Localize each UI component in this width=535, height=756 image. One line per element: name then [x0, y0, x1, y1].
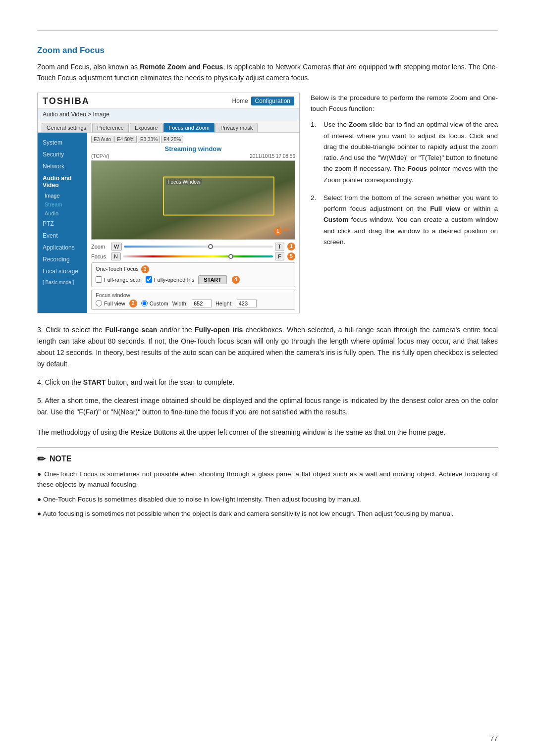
full-view-label: Full view — [104, 301, 125, 306]
sidebar-item-ptz[interactable]: PTZ — [38, 218, 87, 230]
full-view-radio[interactable] — [96, 300, 102, 306]
config-btn[interactable]: Configuration — [251, 97, 294, 105]
width-label: Width: — [172, 301, 188, 306]
page-number: 77 — [490, 734, 498, 742]
step-5-num: 5. — [37, 397, 45, 404]
toshiba-header: TOSHIBA Home Configuration — [38, 93, 299, 109]
tab-general[interactable]: General settings — [42, 123, 91, 132]
home-link[interactable]: Home — [232, 98, 248, 104]
sidebar-item-audio-video[interactable]: Audio and Video — [38, 172, 87, 191]
full-range-scan-check[interactable]: Full-range scan — [96, 276, 142, 283]
resize-btn-50[interactable]: E4 50% — [114, 136, 137, 143]
zoom-row: Zoom W T 1 — [91, 243, 295, 251]
height-label: Height: — [215, 301, 233, 306]
sidebar-item-system[interactable]: System — [38, 137, 87, 149]
zoom-w-button[interactable]: W — [111, 243, 122, 251]
focus-window-row: Full view 2 Custom Width: Height: — [96, 300, 291, 307]
focus-window-overlay[interactable]: Focus Window — [163, 176, 275, 215]
focus-f-button[interactable]: F — [275, 252, 284, 260]
methodology-text: The methodology of using the Resize Butt… — [37, 427, 498, 438]
fully-opened-iris-label: Fully-opened Iris — [154, 277, 194, 283]
two-column-layout: TOSHIBA Home Configuration Audio and Vid… — [37, 93, 498, 313]
note-item-1: ● One-Touch Focus is sometimes not possi… — [37, 469, 498, 490]
camera-icon: ✏ — [283, 224, 291, 235]
toshiba-logo: TOSHIBA — [43, 96, 90, 106]
zoom-badge: 1 — [287, 243, 295, 251]
sidebar-item-event[interactable]: Event — [38, 230, 87, 242]
focus-window-section: Focus window Full view 2 Custom — [91, 290, 295, 310]
main-content-area: E3 Auto E4 50% E3 33% E4 25% Streaming w… — [87, 133, 299, 313]
sidebar-item-local-storage[interactable]: Local storage — [38, 265, 87, 277]
section-title: Zoom and Focus — [37, 46, 498, 55]
sidebar-sub-image[interactable]: Image — [38, 191, 87, 200]
step-3-num: 3. — [37, 326, 46, 334]
fully-opened-iris-checkbox[interactable] — [146, 276, 152, 283]
camera-preview: Focus Window ✏ 1 — [91, 160, 295, 240]
resize-btn-25[interactable]: E4 25% — [161, 136, 183, 143]
step-2-num: 2. — [311, 193, 320, 248]
focus-label: Focus — [91, 253, 109, 259]
focus-slider[interactable] — [123, 253, 273, 260]
custom-label: Custom — [150, 301, 168, 306]
right-intro: Below is the procedure to perform the re… — [311, 93, 498, 115]
step-1: 1. Use the Zoom slide bar to find an opt… — [311, 119, 498, 186]
width-input[interactable] — [192, 300, 212, 307]
focus-badge: 5 — [287, 252, 295, 260]
one-touch-controls: Full-range scan Fully-opened Iris START … — [96, 275, 291, 284]
focus-n-button[interactable]: N — [111, 252, 121, 260]
tab-preference[interactable]: Preference — [92, 123, 129, 132]
tab-focus-zoom[interactable]: Focus and Zoom — [163, 123, 214, 132]
focus-row: Focus N F 5 — [91, 252, 295, 260]
note-item-3: ● Auto focusing is sometimes not possibl… — [37, 508, 498, 519]
sidebar-main: System Security Network Audio and Video … — [38, 133, 299, 313]
sidebar-item-basic-mode[interactable]: [ Basic mode ] — [38, 277, 87, 288]
start-button[interactable]: START — [198, 275, 227, 284]
sidebar-item-network[interactable]: Network — [38, 160, 87, 172]
top-rule — [37, 30, 498, 31]
sidebar-sub-audio[interactable]: Audio — [38, 209, 87, 218]
steps-list: 1. Use the Zoom slide bar to find an opt… — [311, 119, 498, 248]
sidebar: System Security Network Audio and Video … — [38, 133, 87, 313]
sidebar-item-recording[interactable]: Recording — [38, 253, 87, 265]
one-touch-section: One-Touch Focus 3 Full-range scan Fully-… — [91, 262, 295, 287]
focus-window-label: Focus Window — [166, 178, 203, 185]
fully-opened-iris-check[interactable]: Fully-opened Iris — [146, 276, 194, 283]
stream-protocol: (TCP-V) — [91, 153, 109, 159]
streaming-label: Streaming window — [91, 145, 295, 152]
height-input[interactable] — [237, 300, 257, 307]
badge-1: 1 — [274, 227, 282, 235]
resize-btn-33[interactable]: E3 33% — [138, 136, 160, 143]
zoom-label: Zoom — [91, 244, 109, 250]
note-label: NOTE — [50, 454, 71, 463]
tab-bar: General settings Preference Exposure Foc… — [38, 120, 299, 133]
focus-window-title: Focus window — [96, 292, 291, 298]
fw-badge-2: 2 — [129, 300, 137, 307]
start-badge: 4 — [232, 276, 240, 284]
stream-info: (TCP-V) 2011/10/15 17:08:56 — [91, 153, 295, 159]
step-1-text: Use the Zoom slide bar to find an optima… — [323, 119, 498, 186]
full-view-radio-row[interactable]: Full view 2 — [96, 300, 137, 307]
custom-radio[interactable] — [141, 300, 148, 306]
one-touch-title: One-Touch Focus 3 — [96, 265, 291, 273]
step-1-num: 1. — [311, 119, 320, 186]
resize-btn-auto[interactable]: E3 Auto — [91, 136, 113, 143]
tab-privacy-mask[interactable]: Privacy mask — [215, 123, 258, 132]
zoom-slider[interactable] — [124, 243, 273, 250]
step-2-text: Select from the bottom of the screen whe… — [323, 193, 498, 248]
breadcrumb: Audio and Video > Image — [38, 109, 299, 120]
tab-exposure[interactable]: Exposure — [130, 123, 162, 132]
full-range-scan-checkbox[interactable] — [96, 276, 102, 283]
note-title: ✏ NOTE — [37, 453, 498, 465]
note-pencil-icon: ✏ — [37, 453, 46, 465]
stream-datetime: 2011/10/15 17:08:56 — [250, 153, 295, 159]
sidebar-item-security[interactable]: Security — [38, 149, 87, 160]
custom-radio-row[interactable]: Custom — [141, 300, 168, 306]
right-column: Below is the procedure to perform the re… — [311, 93, 498, 313]
sidebar-item-applications[interactable]: Applications — [38, 242, 87, 253]
step-2: 2. Select from the bottom of the screen … — [311, 193, 498, 248]
note-section: ✏ NOTE ● One-Touch Focus is sometimes no… — [37, 448, 498, 519]
zoom-t-button[interactable]: T — [275, 243, 284, 251]
sidebar-sub-stream[interactable]: Stream — [38, 200, 87, 209]
step-4: 4. Click on the START button, and wait f… — [37, 377, 498, 388]
step-5: 5. After a short time, the clearest imag… — [37, 395, 498, 418]
